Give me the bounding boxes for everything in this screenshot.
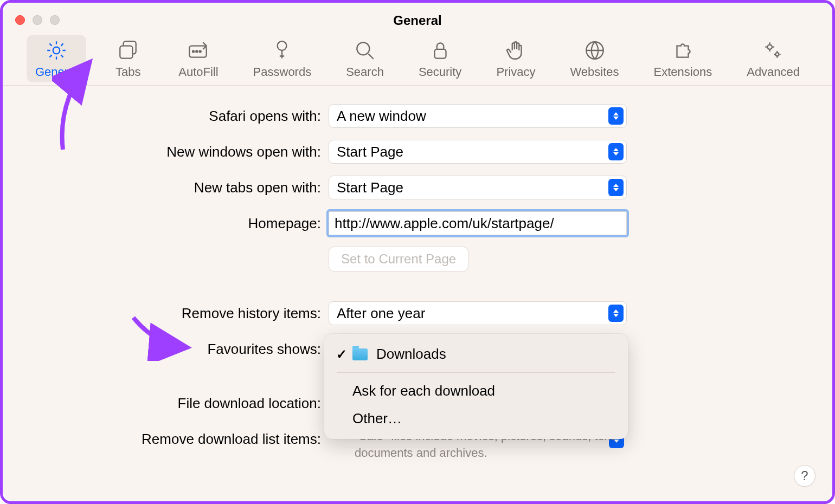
menu-item-ask[interactable]: Ask for each download — [330, 377, 622, 405]
tab-websites[interactable]: Websites — [562, 35, 628, 82]
chevron-updown-icon — [608, 107, 624, 125]
svg-point-7 — [357, 42, 369, 55]
select-remove-history[interactable]: After one year — [329, 301, 627, 325]
gears-icon — [762, 39, 785, 62]
svg-point-6 — [278, 41, 287, 50]
gear-icon — [45, 39, 68, 62]
set-current-page-button[interactable]: Set to Current Page — [329, 247, 468, 272]
select-safari-opens[interactable]: A new window — [329, 104, 627, 128]
homepage-input[interactable] — [329, 211, 627, 235]
svg-point-0 — [53, 47, 60, 54]
svg-point-5 — [199, 51, 201, 53]
label-download-location: File download location: — [3, 395, 329, 412]
chevron-updown-icon — [608, 305, 624, 322]
key-icon — [271, 39, 293, 62]
select-value: After one year — [337, 305, 425, 322]
svg-point-3 — [192, 51, 194, 53]
svg-rect-8 — [434, 49, 446, 59]
menu-item-label: Downloads — [376, 346, 446, 363]
puzzle-icon — [671, 39, 694, 62]
chevron-updown-icon — [608, 143, 624, 160]
tab-label: Advanced — [747, 65, 800, 79]
globe-icon — [583, 39, 606, 62]
label-favourites: Favourites shows: — [3, 341, 329, 358]
menu-item-label: Other… — [352, 410, 402, 427]
label-safari-opens: Safari opens with: — [3, 108, 329, 125]
prefs-toolbar: General Tabs AutoFill Passwords Search S… — [3, 31, 832, 82]
svg-point-11 — [775, 53, 779, 56]
svg-point-10 — [768, 45, 772, 49]
select-new-tabs[interactable]: Start Page — [329, 176, 627, 199]
tab-search[interactable]: Search — [337, 35, 393, 82]
tab-label: Search — [346, 65, 384, 79]
label-new-windows: New windows open with: — [3, 144, 329, 160]
search-icon — [354, 39, 376, 62]
tab-general[interactable]: General — [27, 35, 86, 82]
select-new-windows[interactable]: Start Page — [329, 140, 627, 164]
menu-separator — [337, 372, 615, 373]
tab-passwords[interactable]: Passwords — [245, 35, 320, 82]
label-new-tabs: New tabs open with: — [3, 179, 329, 196]
menu-item-downloads[interactable]: ✓ Downloads — [330, 340, 622, 368]
tab-label: AutoFill — [178, 65, 218, 79]
chevron-updown-icon — [608, 179, 624, 196]
pencil-square-icon — [187, 39, 210, 62]
tab-label: Security — [419, 65, 461, 79]
tab-label: General — [35, 65, 78, 79]
svg-rect-1 — [120, 46, 133, 59]
tab-label: Extensions — [654, 65, 712, 79]
check-icon: ✓ — [336, 347, 352, 362]
preferences-window: General General Tabs AutoFill Passwords … — [3, 3, 832, 501]
help-button[interactable]: ? — [794, 465, 815, 487]
label-remove-downloads: Remove download list items: — [3, 431, 329, 448]
lock-icon — [429, 39, 452, 62]
select-value: A new window — [337, 108, 426, 125]
folder-icon — [352, 348, 368, 360]
menu-item-other[interactable]: Other… — [330, 405, 622, 432]
tab-security[interactable]: Security — [410, 35, 470, 82]
tab-label: Tabs — [115, 65, 140, 79]
tab-privacy[interactable]: Privacy — [487, 35, 544, 82]
tab-label: Privacy — [496, 65, 535, 79]
label-remove-history: Remove history items: — [3, 305, 329, 322]
svg-point-4 — [196, 51, 197, 53]
download-location-menu: ✓ Downloads Ask for each download Other… — [324, 334, 628, 439]
menu-item-label: Ask for each download — [352, 383, 495, 399]
tab-label: Websites — [570, 65, 619, 79]
tab-tabs[interactable]: Tabs — [104, 35, 152, 82]
select-value: Start Page — [337, 144, 403, 160]
label-homepage: Homepage: — [3, 215, 329, 232]
tab-advanced[interactable]: Advanced — [738, 35, 808, 82]
window-title: General — [3, 13, 832, 28]
tab-label: Passwords — [253, 65, 312, 79]
tab-autofill[interactable]: AutoFill — [170, 35, 227, 82]
hand-icon — [504, 39, 527, 62]
tab-extensions[interactable]: Extensions — [645, 35, 721, 82]
tabs-icon — [117, 39, 139, 62]
titlebar: General General Tabs AutoFill Passwords … — [3, 3, 832, 86]
select-value: Start Page — [337, 179, 403, 196]
